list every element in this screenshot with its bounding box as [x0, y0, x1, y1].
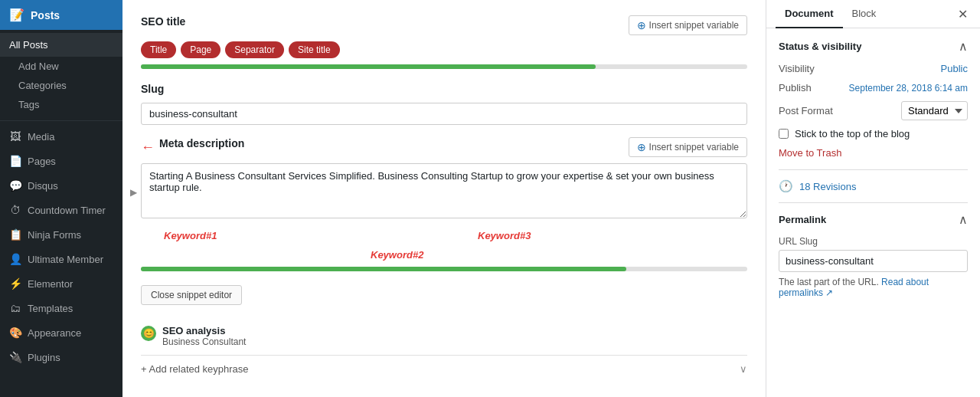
revisions-icon: 🕐 [779, 179, 793, 193]
seo-analysis-row: 😊 SEO analysis Business Consultant [141, 325, 747, 347]
slug-input[interactable] [141, 103, 747, 125]
tag-pill-site-title[interactable]: Site title [289, 41, 340, 58]
seo-analysis-label: SEO analysis [162, 325, 246, 336]
sidebar-header[interactable]: 📝 Posts [0, 0, 122, 30]
status-visibility-toggle[interactable]: ∧ [959, 39, 968, 54]
publish-value[interactable]: September 28, 2018 6:14 am [849, 83, 968, 94]
appearance-icon: 🎨 [9, 326, 21, 339]
expand-arrow: ▶ [130, 187, 137, 198]
sidebar-divider-1 [0, 120, 122, 121]
ultimate-member-icon: 👤 [9, 253, 21, 265]
pages-icon: 📄 [9, 155, 21, 167]
sidebar-item-appearance[interactable]: 🎨 Appearance [0, 320, 122, 345]
meta-description-textarea[interactable]: Starting A Business Consultant Services … [141, 163, 747, 218]
right-panel-body: Status & visibility ∧ Visibility Public … [766, 28, 980, 397]
plus-circle-icon-2: ⊕ [637, 141, 646, 153]
sidebar-sub-label: Categories [18, 80, 67, 91]
right-panel: Document Block ✕ Status & visibility ∧ V… [766, 0, 980, 397]
move-to-trash-link[interactable]: Move to Trash [779, 147, 968, 159]
seo-analysis-icon: 😊 [141, 326, 156, 341]
url-slug-hint: The last part of the URL. Read about per… [779, 277, 968, 298]
tag-pill-page[interactable]: Page [181, 41, 220, 58]
slug-label: Slug [141, 83, 747, 95]
publish-row: Publish September 28, 2018 6:14 am [779, 82, 968, 94]
sidebar-item-tags[interactable]: Tags [0, 95, 122, 114]
sidebar-item-label: Countdown Timer [28, 205, 106, 216]
sidebar-item-label: Disqus [28, 180, 58, 192]
sidebar-item-categories[interactable]: Categories [0, 76, 122, 95]
keyword3-label: Keyword#3 [478, 230, 531, 241]
sidebar-item-label: Appearance [28, 327, 81, 339]
elementor-icon: ⚡ [9, 277, 21, 290]
keyword2-label: Keyword#2 [371, 249, 423, 261]
keyword-annotations: Keyword#1 Keyword#2 Keyword#3 [141, 227, 747, 264]
insert-snippet-label: Insert snippet variable [649, 20, 739, 31]
sidebar-item-label: Ninja Forms [28, 229, 81, 241]
posts-icon: 📝 [9, 8, 24, 22]
sidebar-item-label: All Posts [9, 39, 48, 51]
permalink-title: Permalink [779, 214, 826, 225]
tab-document[interactable]: Document [776, 0, 843, 28]
revisions-row[interactable]: 🕐 18 Revisions [779, 179, 968, 193]
sidebar-item-label: Elementor [28, 278, 73, 290]
tab-block[interactable]: Block [843, 0, 886, 28]
seo-title-label: SEO title [141, 15, 185, 28]
sidebar-item-ninja-forms[interactable]: 📋 Ninja Forms [0, 222, 122, 247]
permalink-header: Permalink ∧ [779, 212, 968, 227]
post-format-row: Post Format Standard Aside Image Video Q… [779, 101, 968, 120]
meta-desc-progress-fill [141, 267, 626, 271]
sidebar-item-media[interactable]: 🖼 Media [0, 124, 122, 149]
external-link-icon: ↗ [825, 287, 833, 298]
visibility-value[interactable]: Public [941, 63, 968, 74]
ninja-forms-icon: 📋 [9, 228, 21, 241]
permalink-toggle[interactable]: ∧ [959, 212, 968, 227]
post-format-select[interactable]: Standard Aside Image Video Quote Link [901, 101, 968, 120]
status-visibility-header: Status & visibility ∧ [779, 39, 968, 54]
seo-title-row: SEO title ⊕ Insert snippet variable [141, 15, 747, 35]
insert-snippet-variable-button[interactable]: ⊕ Insert snippet variable [629, 15, 747, 35]
sidebar-item-label: Plugins [28, 352, 60, 363]
meta-desc-progress [141, 267, 747, 271]
main-content: SEO title ⊕ Insert snippet variable Titl… [122, 0, 766, 397]
close-panel-button[interactable]: ✕ [955, 4, 971, 25]
stick-to-top-checkbox[interactable] [779, 129, 789, 139]
seo-analysis-info: SEO analysis Business Consultant [162, 325, 246, 347]
plugins-icon: 🔌 [9, 351, 21, 363]
sidebar-sub-label: Add New [18, 61, 59, 72]
sidebar-item-ultimate-member[interactable]: 👤 Ultimate Member [0, 247, 122, 271]
countdown-icon: ⏱ [9, 204, 21, 216]
panel-divider-1 [779, 169, 968, 170]
meta-description-wrap: ▶ Starting A Business Consultant Service… [141, 163, 747, 221]
stick-to-top-row: Stick to the top of the blog [779, 128, 968, 139]
sidebar-item-add-new[interactable]: Add New [0, 57, 122, 76]
plus-circle-icon: ⊕ [637, 19, 646, 31]
seo-title-progress [141, 64, 747, 69]
sidebar-item-countdown-timer[interactable]: ⏱ Countdown Timer [0, 198, 122, 222]
sidebar-item-label: Templates [28, 303, 73, 314]
sidebar-item-label: Ultimate Member [28, 254, 103, 265]
tag-pill-separator[interactable]: Separator [225, 41, 284, 58]
media-icon: 🖼 [9, 130, 21, 143]
meta-desc-insert-snippet-button[interactable]: ⊕ Insert snippet variable [629, 137, 747, 157]
tag-pill-title[interactable]: Title [141, 41, 176, 58]
meta-desc-arrow-icon: ← [141, 139, 155, 156]
sidebar-item-elementor[interactable]: ⚡ Elementor [0, 271, 122, 296]
seo-title-progress-fill [141, 64, 596, 69]
templates-icon: 🗂 [9, 302, 21, 314]
meta-desc-insert-label: Insert snippet variable [649, 142, 739, 153]
url-slug-input[interactable] [779, 250, 968, 272]
sidebar-header-label: Posts [31, 9, 60, 21]
sidebar-item-templates[interactable]: 🗂 Templates [0, 296, 122, 320]
close-snippet-editor-button[interactable]: Close snippet editor [141, 285, 242, 305]
add-related-keyphrase-row[interactable]: + Add related keyphrase ∨ [141, 355, 747, 382]
visibility-row: Visibility Public [779, 63, 968, 74]
panel-divider-2 [779, 202, 968, 203]
sidebar-item-disqus[interactable]: 💬 Disqus [0, 173, 122, 198]
sidebar-item-plugins[interactable]: 🔌 Plugins [0, 345, 122, 369]
sidebar-item-label: Media [28, 131, 54, 143]
revisions-label: 18 Revisions [799, 181, 856, 192]
sidebar-item-all-posts[interactable]: All Posts [0, 33, 122, 57]
sidebar-item-pages[interactable]: 📄 Pages [0, 149, 122, 173]
right-panel-tabs: Document Block ✕ [766, 0, 980, 28]
status-visibility-title: Status & visibility [779, 41, 861, 52]
